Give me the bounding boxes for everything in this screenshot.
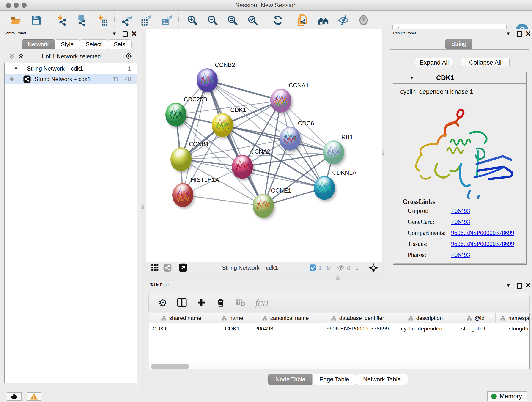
node-gloss-highlight — [201, 70, 214, 79]
table-cell[interactable]: 9606.ENSP00000378699 — [320, 323, 395, 334]
add-column-icon[interactable] — [196, 298, 206, 307]
network-node-CDC25B[interactable] — [165, 103, 186, 127]
nested-networks-button[interactable] — [317, 13, 330, 27]
tab-network-table[interactable]: Network Table — [356, 374, 408, 385]
save-session-button[interactable] — [29, 13, 43, 27]
column-header-namespace[interactable]: namespace — [496, 313, 530, 323]
grid-view-icon[interactable] — [151, 263, 159, 272]
network-node-CCNE1[interactable] — [253, 194, 274, 218]
memory-button[interactable]: Memory — [487, 391, 527, 401]
horizontal-splitter-handle[interactable] — [336, 276, 340, 280]
network-node-CDK1[interactable] — [212, 113, 233, 137]
refresh-button[interactable] — [271, 13, 285, 27]
open-in-new-icon[interactable] — [178, 263, 188, 272]
gene-entry-header[interactable]: ▼ CDK1 — [393, 72, 526, 84]
tab-network[interactable]: Network — [22, 39, 55, 49]
tab-node-table[interactable]: Node Table — [268, 374, 312, 385]
hidden-eye-slash-icon[interactable] — [336, 264, 345, 272]
network-options-gear-icon[interactable]: ⚙ — [125, 51, 132, 61]
delete-table-icon[interactable] — [235, 297, 246, 308]
selected-checkbox-icon[interactable] — [309, 264, 316, 271]
table-cell[interactable]: stringdb:9... — [456, 323, 496, 334]
network-node-CCNB2[interactable] — [196, 68, 218, 92]
crosslink-link[interactable]: P06493 — [451, 218, 470, 225]
table-panel-float-button[interactable] — [517, 283, 522, 289]
export-network-button[interactable] — [120, 13, 133, 27]
import-network-file-button[interactable] — [56, 13, 69, 27]
fit-content-crosshair-icon[interactable] — [369, 263, 378, 273]
collapse-all-button[interactable]: Collapse All — [461, 58, 510, 67]
cloud-status-button[interactable] — [7, 392, 22, 401]
network-row-selected[interactable]: String Network – cdk1 11 48 — [5, 74, 137, 84]
table-options-gear-icon[interactable]: ⚙ — [158, 297, 167, 308]
network-collection-row[interactable]: ▼ String Network – cdk1 1 — [5, 63, 137, 74]
table-cell[interactable]: CDK1 — [213, 323, 251, 334]
function-builder-button[interactable]: f(x) — [255, 297, 268, 308]
open-file-button[interactable] — [9, 13, 22, 27]
column-header-description[interactable]: description — [395, 313, 456, 323]
export-image-button[interactable] — [159, 13, 173, 27]
column-header--id[interactable]: @id — [456, 313, 496, 323]
table-cell[interactable]: P06493 — [251, 323, 320, 334]
zoom-selected-button[interactable] — [246, 13, 259, 27]
table-horizontal-scrollbar[interactable] — [149, 364, 530, 370]
tab-edge-table[interactable]: Edge Table — [312, 374, 356, 385]
network-node-CCNA1[interactable] — [270, 89, 291, 113]
network-node-CDC6[interactable] — [279, 127, 301, 151]
zoom-out-button[interactable] — [206, 13, 219, 27]
crosslink-link[interactable]: P06493 — [451, 207, 470, 215]
table-panel-close-button[interactable]: ✕ — [525, 282, 531, 288]
control-panel-menu-button[interactable]: ▼ — [112, 31, 117, 37]
table-cell[interactable]: CDK1 — [149, 323, 213, 334]
crosslink-link[interactable]: 9606.ENSP00000378699 — [451, 230, 514, 236]
tab-select[interactable]: Select — [80, 39, 108, 49]
control-panel-float-button[interactable] — [123, 31, 128, 37]
zoom-fit-button[interactable] — [226, 13, 239, 27]
column-header-shared-name[interactable]: shared name — [149, 313, 213, 323]
column-header-canonical-name[interactable]: canonical name — [251, 313, 320, 323]
network-edge[interactable] — [207, 80, 263, 206]
table-panel-menu-button[interactable]: ▼ — [506, 282, 511, 288]
tab-style[interactable]: Style — [55, 39, 80, 49]
network-node-HIST1H1A[interactable] — [172, 183, 193, 207]
scrollbar-thumb[interactable] — [151, 364, 190, 369]
table-cell[interactable]: stringdb — [496, 323, 530, 334]
column-header-label: @id — [475, 315, 484, 321]
network-node-CDKN1A[interactable] — [314, 176, 335, 200]
network-edge[interactable] — [183, 195, 263, 206]
left-splitter-handle[interactable] — [141, 205, 144, 209]
delete-column-icon[interactable] — [216, 298, 225, 307]
collapse-triangle-icon[interactable]: ▼ — [14, 66, 18, 71]
tab-sets[interactable]: Sets — [108, 39, 132, 49]
eye-button[interactable] — [357, 13, 370, 27]
crosslink-link[interactable]: 9606.ENSP00000378699 — [451, 240, 514, 248]
network-node-CCNB1[interactable] — [171, 147, 191, 171]
network-node-RB1[interactable] — [323, 140, 344, 164]
table-cell[interactable]: cyclin–dependent ... — [395, 323, 456, 334]
edge-count: 48 — [125, 76, 131, 83]
network-node-CCNA2[interactable] — [232, 155, 253, 179]
results-panel-float-button[interactable] — [517, 31, 522, 37]
crosslink-label: Tissues: — [408, 240, 451, 248]
clone-network-button[interactable] — [296, 13, 309, 27]
expand-all-button[interactable]: Expand All — [415, 58, 453, 67]
network-badge-icon[interactable] — [163, 263, 172, 272]
control-panel-close-button[interactable]: ✕ — [131, 31, 137, 37]
import-network-database-button[interactable] — [75, 13, 88, 27]
tab-string[interactable]: String — [445, 39, 472, 49]
collapse-triangle-icon[interactable]: ▼ — [410, 75, 414, 80]
show-columns-icon[interactable] — [177, 298, 187, 307]
column-header-database-identifier[interactable]: database identifier — [320, 313, 395, 323]
crosslink-link[interactable]: P06493 — [451, 251, 470, 259]
table-row[interactable]: CDK1CDK1P064939606.ENSP00000378699cyclin… — [149, 323, 530, 334]
column-header-name[interactable]: name — [213, 313, 251, 323]
results-panel-close-button[interactable]: ✕ — [525, 31, 531, 37]
warnings-button[interactable] — [27, 392, 41, 401]
zoom-in-button[interactable] — [186, 13, 199, 27]
results-panel-menu-button[interactable]: ▼ — [506, 31, 511, 37]
toolbar-separator — [114, 13, 114, 27]
network-canvas[interactable]: CCNB2CCNA1CDC25BCDK1CDC6RB1CCNB1CCNA2CDK… — [146, 29, 382, 262]
import-table-button[interactable] — [96, 13, 109, 27]
show-hide-button[interactable] — [337, 13, 350, 27]
export-table-button[interactable] — [139, 13, 152, 27]
